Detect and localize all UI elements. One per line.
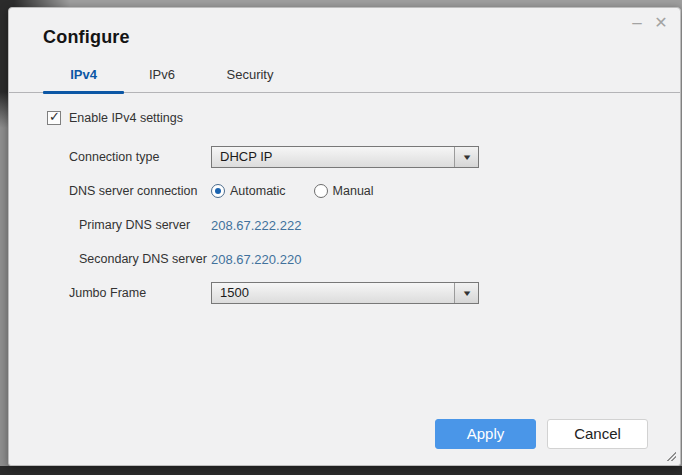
connection-type-row: Connection type DHCP IP ▼ bbox=[47, 140, 680, 174]
dns-connection-radio-group: Automatic Manual bbox=[211, 184, 374, 198]
enable-ipv4-checkbox[interactable]: ✓ bbox=[47, 111, 61, 125]
tab-ipv4[interactable]: IPv4 bbox=[43, 62, 124, 92]
dns-automatic-option[interactable]: Automatic bbox=[211, 184, 286, 198]
desktop-background: – ✕ Configure IPv4 IPv6 Security ✓ Enabl… bbox=[0, 0, 682, 475]
enable-ipv4-label: Enable IPv4 settings bbox=[69, 111, 183, 125]
tab-ipv6[interactable]: IPv6 bbox=[124, 62, 200, 92]
secondary-dns-row: Secondary DNS server 208.67.220.220 bbox=[47, 242, 680, 276]
jumbo-frame-dropdown-button[interactable]: ▼ bbox=[454, 283, 478, 303]
connection-type-dropdown[interactable]: DHCP IP ▼ bbox=[211, 146, 479, 168]
minimize-icon[interactable]: – bbox=[628, 14, 646, 32]
resize-handle[interactable] bbox=[665, 450, 676, 461]
connection-type-value: DHCP IP bbox=[212, 147, 454, 167]
ipv4-settings-panel: ✓ Enable IPv4 settings Connection type D… bbox=[9, 93, 680, 310]
primary-dns-label: Primary DNS server bbox=[79, 218, 211, 232]
radio-unselected-icon[interactable] bbox=[314, 184, 328, 198]
enable-ipv4-checkbox-row[interactable]: ✓ Enable IPv4 settings bbox=[47, 106, 680, 130]
secondary-dns-value: 208.67.220.220 bbox=[211, 252, 301, 267]
checkmark-icon: ✓ bbox=[49, 109, 60, 124]
connection-type-dropdown-button[interactable]: ▼ bbox=[454, 147, 478, 167]
primary-dns-row: Primary DNS server 208.67.222.222 bbox=[47, 208, 680, 242]
apply-button[interactable]: Apply bbox=[435, 419, 536, 449]
dns-manual-option[interactable]: Manual bbox=[314, 184, 374, 198]
close-icon[interactable]: ✕ bbox=[652, 14, 670, 32]
radio-selected-icon[interactable] bbox=[211, 184, 225, 198]
connection-type-label: Connection type bbox=[69, 150, 211, 164]
dns-connection-row: DNS server connection Automatic Manual bbox=[47, 174, 680, 208]
chevron-down-icon: ▼ bbox=[461, 289, 472, 298]
jumbo-frame-dropdown[interactable]: 1500 ▼ bbox=[211, 282, 479, 304]
jumbo-frame-value: 1500 bbox=[212, 283, 454, 303]
jumbo-frame-row: Jumbo Frame 1500 ▼ bbox=[47, 276, 680, 310]
dns-automatic-label: Automatic bbox=[230, 184, 286, 198]
tab-security[interactable]: Security bbox=[200, 62, 300, 92]
desktop-edge-bottom bbox=[0, 466, 682, 475]
dialog-title: Configure bbox=[43, 27, 680, 48]
window-controls: – ✕ bbox=[628, 14, 670, 32]
dns-manual-label: Manual bbox=[333, 184, 374, 198]
tab-bar: IPv4 IPv6 Security bbox=[9, 62, 680, 93]
configure-dialog: – ✕ Configure IPv4 IPv6 Security ✓ Enabl… bbox=[8, 7, 681, 466]
dns-connection-label: DNS server connection bbox=[69, 184, 211, 198]
chevron-down-icon: ▼ bbox=[461, 153, 472, 162]
cancel-button[interactable]: Cancel bbox=[547, 419, 648, 449]
primary-dns-value: 208.67.222.222 bbox=[211, 218, 301, 233]
secondary-dns-label: Secondary DNS server bbox=[79, 252, 211, 266]
jumbo-frame-label: Jumbo Frame bbox=[69, 286, 211, 300]
